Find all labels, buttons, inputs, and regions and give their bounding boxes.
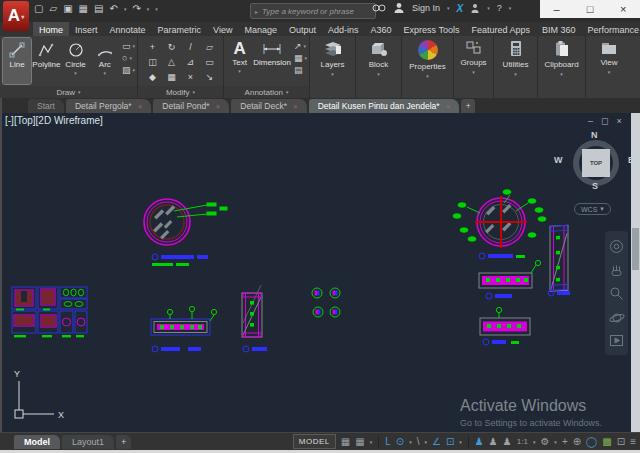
ortho-mode-icon[interactable]: L [385,436,391,448]
view-panel[interactable]: View ▾ [586,36,632,98]
draw-panel-label[interactable]: Draw ▾ [0,86,137,98]
object-snap-icon[interactable]: ⊡ [446,436,454,448]
new-drawing-tab-button[interactable]: + [461,99,475,113]
table-button[interactable]: ▦ ▾ [294,53,307,63]
scale-dropdown-icon[interactable]: ▾ [533,439,536,445]
close-button[interactable]: × [613,3,633,15]
doc-minimize-icon[interactable]: – [588,116,593,126]
detail-vertical-middle[interactable] [242,285,267,352]
workspace-dropdown-icon[interactable]: ▾ [554,439,557,445]
file-tab-detail-pergola[interactable]: Detail Pergola* × [66,99,151,113]
save-icon[interactable]: ▣ [63,3,72,14]
viewcube[interactable]: TOP N S W E [548,133,631,195]
detail-circle-right[interactable] [453,190,546,259]
annotation-panel-label[interactable]: Annotation ▾ [224,86,309,98]
block-panel[interactable]: Block ▾ [356,36,402,98]
detail-fasteners[interactable] [312,288,340,317]
line-button[interactable]: Line [3,38,31,84]
signin-user-icon[interactable] [393,2,405,14]
a360-icon[interactable]: X [457,3,464,14]
fillet-icon[interactable]: ⊿ [181,54,200,69]
ribbon-tab-home[interactable]: Home [33,22,69,36]
ribbon-tab-annotate[interactable]: Annotate [104,22,152,36]
hatch-button[interactable]: ▨ ▾ [122,65,135,75]
undo-dropdown-icon[interactable]: ▾ [124,6,127,12]
ribbon-tab-view[interactable]: View [207,22,238,36]
ribbon-tab-bim360[interactable]: BIM 360 [536,22,582,36]
plot-icon[interactable]: ▤ [94,3,103,14]
viewcube-north[interactable]: N [591,130,598,140]
viewcube-south[interactable]: S [592,181,598,191]
workspace-switching-icon[interactable]: ⚙ [540,436,549,448]
polar-tracking-icon[interactable]: ⊙ [396,436,404,448]
maximize-button[interactable]: □ [580,3,600,15]
isometric-drafting-icon[interactable]: \ [417,436,420,448]
signin-dropdown-icon[interactable]: ▾ [447,5,450,11]
polar-dropdown-icon[interactable]: ▾ [409,439,412,445]
open-icon[interactable]: ▱ [49,3,57,14]
detail-circle-left[interactable] [144,199,227,266]
ucs-icon[interactable]: Y X [14,369,64,420]
share-icon[interactable] [470,3,480,14]
close-tab-icon[interactable]: × [446,102,451,111]
detail-horizontal-right-2[interactable] [480,307,530,345]
isolate-objects-icon[interactable]: ▩ [602,436,611,448]
model-space-canvas[interactable]: Y X [-][Top][2D Wireframe] – ◻ × TOP N S… [0,113,631,432]
layers-panel[interactable]: Layers ▾ [310,36,356,98]
utilities-panel[interactable]: Utilities ▾ [494,36,538,98]
search-expand-icon[interactable]: ▸ [255,8,258,15]
ribbon-tab-performance[interactable]: Performance [581,22,640,36]
search-binoculars-icon[interactable] [372,3,386,13]
layout1-tab[interactable]: Layout1 [62,435,114,449]
close-tab-icon[interactable]: × [138,102,143,111]
annotation-autoscale-icon[interactable]: ♟ [489,436,498,448]
help-dropdown-icon[interactable]: ▾ [509,5,512,11]
file-tab-detail-pond[interactable]: Detail Pond* × [153,99,229,113]
orbit-icon[interactable] [609,311,625,325]
close-tab-icon[interactable]: × [293,102,298,111]
scrollbar-thumb[interactable] [632,228,639,270]
ribbon-tab-featured-apps[interactable]: Featured Apps [465,22,536,36]
stretch-icon[interactable]: ▱ [200,39,219,54]
customization-icon[interactable]: ≡ [630,436,636,448]
modify-panel-label[interactable]: Modify ▾ [138,86,223,98]
properties-panel[interactable]: Properties ▾ [402,36,454,98]
explode-icon[interactable]: ↘ [200,69,219,84]
new-layout-button[interactable]: + [116,435,131,449]
snap-mode-icon[interactable]: ▦ [355,436,364,448]
arc-button[interactable]: Arc ▾ [91,38,119,84]
osnap-dropdown-icon[interactable]: ▾ [459,439,462,445]
pan-hand-icon[interactable] [609,263,624,277]
polyline-button[interactable]: Polyline [32,38,60,84]
doc-close-icon[interactable]: × [617,116,622,126]
clipboard-panel[interactable]: Clipboard ▾ [538,36,586,98]
share-dropdown-icon[interactable]: ▾ [487,5,490,11]
full-navigation-wheel-icon[interactable] [609,239,624,254]
minimize-button[interactable]: – [547,3,567,15]
zoom-icon[interactable] [609,286,624,301]
annotation-monitor-icon[interactable]: + [562,436,568,448]
model-tab[interactable]: Model [14,435,60,449]
vertical-scrollbar[interactable] [631,113,640,432]
viewport-controls-label[interactable]: [-][Top][2D Wireframe] [5,115,103,126]
model-space-badge[interactable]: MODEL [293,434,336,449]
ribbon-tab-a360[interactable]: A360 [365,22,398,36]
graphics-performance-icon[interactable]: ◯ [586,436,597,448]
move-icon[interactable]: + [143,39,162,54]
circle-button[interactable]: Circle ▾ [61,38,89,84]
ribbon-tab-insert[interactable]: Insert [69,22,104,36]
redo-icon[interactable]: ↷ [132,3,140,14]
trim-icon[interactable]: / [181,39,200,54]
ribbon-tab-parametric[interactable]: Parametric [152,22,208,36]
doc-restore-icon[interactable]: ◻ [601,116,608,126]
ellipse-button[interactable]: ○ ▾ [122,53,135,63]
close-tab-icon[interactable]: × [216,102,221,111]
units-icon[interactable]: ⊕ [573,436,581,448]
wcs-dropdown[interactable]: WCS ▾ [574,203,611,215]
ribbon-tab-output[interactable]: Output [283,22,322,36]
signin-label[interactable]: Sign In [412,3,440,13]
ribbon-tab-manage[interactable]: Manage [238,22,283,36]
drawing-canvas[interactable]: Y X [2,113,631,432]
redo-dropdown-icon[interactable]: ▾ [147,6,150,12]
text-style-button[interactable]: ▤ [294,65,307,75]
